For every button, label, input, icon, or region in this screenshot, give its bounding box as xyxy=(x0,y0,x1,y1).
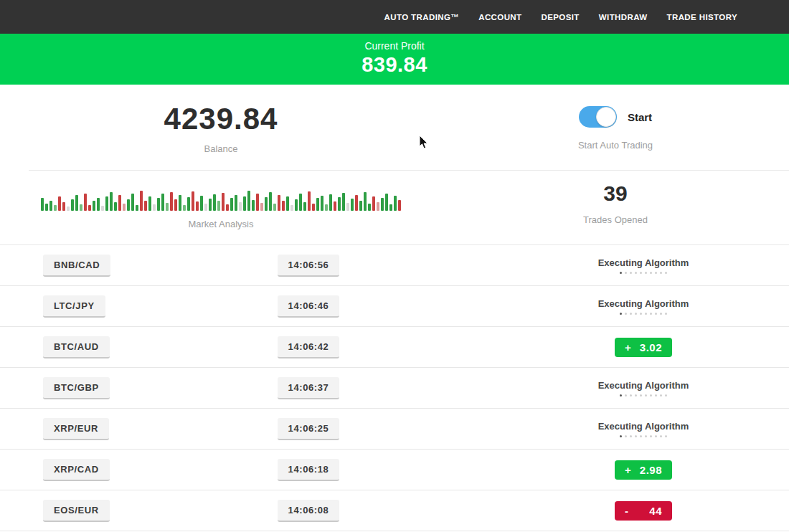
nav-item-deposit[interactable]: DEPOSIT xyxy=(542,13,580,22)
progress-dot xyxy=(655,394,657,396)
market-bar xyxy=(93,201,95,211)
market-bar xyxy=(351,199,354,211)
market-bar xyxy=(222,193,225,211)
pair-badge: BNB/CAD xyxy=(43,255,110,277)
progress-dot xyxy=(635,435,637,437)
progress-dot xyxy=(655,272,657,274)
market-bar xyxy=(329,194,332,211)
progress-dot xyxy=(665,435,667,437)
profit-banner: Current Profit 839.84 xyxy=(0,34,789,85)
market-bar xyxy=(316,198,319,211)
progress-dot xyxy=(655,435,657,437)
progress-dot xyxy=(625,272,627,274)
market-bar xyxy=(398,200,401,211)
market-bar xyxy=(321,196,323,211)
progress-dot xyxy=(620,435,622,437)
top-navbar: AUTO TRADING™ACCOUNTDEPOSITWITHDRAWTRADE… xyxy=(0,0,789,34)
executing-label: Executing Algorithm xyxy=(598,298,689,309)
market-bar xyxy=(381,198,384,211)
progress-dot xyxy=(630,272,632,274)
progress-dot xyxy=(645,313,647,315)
status-cell: Executing Algorithm xyxy=(460,380,789,396)
trade-row: LTC/JPY14:06:46Executing Algorithm xyxy=(0,286,789,327)
trades-opened-stat: 39 Trades Opened xyxy=(442,171,789,244)
market-bar xyxy=(88,205,91,211)
market-bar xyxy=(334,201,336,211)
executing-progress-dots xyxy=(620,435,667,437)
progress-dot xyxy=(645,435,647,437)
trade-row: XRP/EUR14:06:25Executing Algorithm xyxy=(0,409,789,450)
market-bar xyxy=(200,196,203,211)
progress-dot xyxy=(625,313,627,315)
market-bar xyxy=(183,205,186,211)
market-bar xyxy=(62,202,65,211)
status-cell: +3.02 xyxy=(460,338,789,357)
nav-item-account[interactable]: ACCOUNT xyxy=(478,13,521,22)
trade-row: BTC/AUD14:06:42+3.02 xyxy=(0,327,789,368)
trades-list: BNB/CAD14:06:56Executing AlgorithmLTC/JP… xyxy=(0,244,789,531)
market-bar xyxy=(118,195,121,211)
market-bar xyxy=(209,199,212,211)
progress-dot xyxy=(630,435,632,437)
progress-dot xyxy=(640,313,642,315)
toggle-knob xyxy=(596,107,616,127)
nav-item-auto-trading-[interactable]: AUTO TRADING™ xyxy=(384,13,460,22)
result-value: 3.02 xyxy=(640,341,662,353)
executing-progress-dots xyxy=(620,313,667,315)
market-bar xyxy=(385,194,388,211)
market-bar xyxy=(368,204,371,211)
market-bar xyxy=(97,198,100,211)
market-bar xyxy=(338,197,341,211)
nav-item-trade-history[interactable]: TRADE HISTORY xyxy=(667,13,738,22)
market-bar xyxy=(239,202,242,211)
time-badge: 14:06:18 xyxy=(278,459,340,481)
market-bar xyxy=(377,202,379,211)
market-bar xyxy=(342,193,345,211)
executing-progress-dots xyxy=(620,272,667,274)
market-bar xyxy=(372,196,375,211)
progress-dot xyxy=(640,394,642,396)
progress-dot xyxy=(665,313,667,315)
time-badge: 14:06:25 xyxy=(278,418,340,440)
market-bar xyxy=(265,197,268,211)
market-bar xyxy=(256,194,259,211)
market-bar xyxy=(243,196,246,211)
market-bar xyxy=(308,191,311,211)
executing-label: Executing Algorithm xyxy=(598,421,689,432)
market-analysis-chart xyxy=(0,188,442,211)
toggle-label: Start xyxy=(628,111,652,123)
market-bar xyxy=(153,204,156,211)
market-bar xyxy=(286,196,289,211)
auto-trading-toggle[interactable] xyxy=(579,106,617,128)
market-bar xyxy=(105,196,108,211)
market-bar xyxy=(54,205,57,211)
market-bar xyxy=(101,206,104,211)
market-bar xyxy=(131,194,134,211)
progress-dot xyxy=(620,272,622,274)
market-bar xyxy=(260,203,263,211)
market-bar xyxy=(45,204,48,211)
auto-trading-stat: Start Start Auto Trading xyxy=(442,85,789,170)
time-badge: 14:06:42 xyxy=(278,336,340,358)
market-analysis-stat: Market Analysis xyxy=(0,171,442,244)
market-bar xyxy=(123,204,126,211)
market-bar xyxy=(140,191,143,211)
progress-dot xyxy=(650,435,652,437)
result-sign: - xyxy=(625,505,629,517)
market-bar xyxy=(235,195,237,211)
market-bar xyxy=(217,201,220,211)
market-bar xyxy=(179,195,181,211)
pair-badge: XRP/CAD xyxy=(43,459,110,481)
progress-dot xyxy=(665,272,667,274)
status-cell: +2.98 xyxy=(460,460,789,480)
market-bar xyxy=(273,204,276,211)
market-bar xyxy=(325,204,328,211)
profit-banner-label: Current Profit xyxy=(0,34,789,52)
market-bar xyxy=(58,196,61,211)
nav-item-withdraw[interactable]: WITHDRAW xyxy=(599,13,648,22)
progress-dot xyxy=(625,435,627,437)
status-cell: Executing Algorithm xyxy=(460,298,789,315)
trades-opened-label: Trades Opened xyxy=(442,214,789,225)
progress-dot xyxy=(660,313,662,315)
loss-badge: -44 xyxy=(615,501,672,521)
